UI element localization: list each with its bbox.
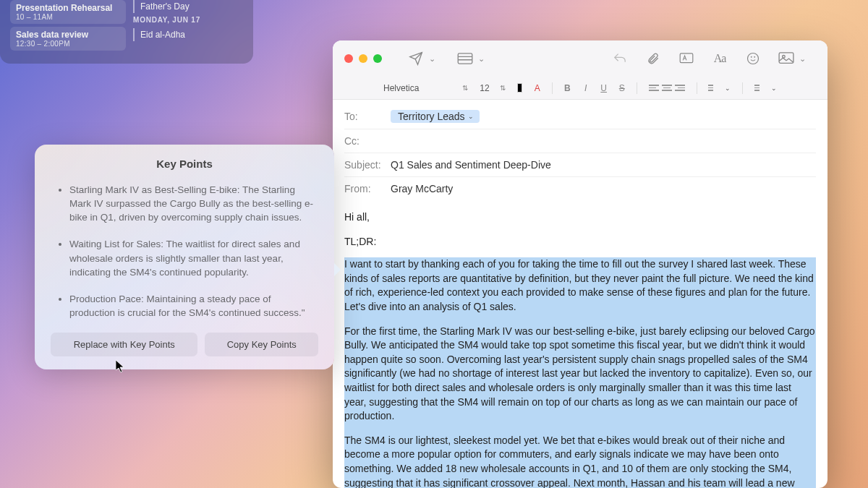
event-time: 10 – 11AM: [16, 13, 120, 21]
calendar-holiday: Eid al-Adha: [133, 28, 243, 41]
subject-label: Subject:: [344, 159, 391, 171]
svg-rect-3: [680, 53, 693, 63]
mail-body[interactable]: Hi all, TL;DR: I want to start by thanki…: [333, 200, 827, 488]
emoji-icon[interactable]: [745, 51, 761, 67]
key-point-item: Starling Mark IV as Best-Selling E-bike:…: [69, 183, 318, 224]
cc-label: Cc:: [344, 135, 391, 147]
chevron-down-icon: ⌄: [468, 113, 474, 120]
list-icon[interactable]: [708, 83, 713, 93]
send-icon[interactable]: [408, 51, 424, 67]
recipient-name: Territory Leads: [398, 111, 465, 122]
updown-icon: ⇅: [462, 84, 468, 92]
calendar-event[interactable]: Sales data review 12:30 – 2:00PM: [10, 27, 126, 51]
svg-rect-7: [779, 53, 793, 63]
format-icon[interactable]: [678, 51, 694, 67]
updown-icon: ⇅: [500, 84, 506, 92]
mail-compose-window: ⌄ ⌄ Aa ⌄ Helvetica: [333, 40, 827, 488]
chevron-down-icon[interactable]: ⌄: [771, 85, 777, 92]
mail-titlebar: ⌄ ⌄ Aa ⌄: [333, 40, 827, 77]
chevron-down-icon[interactable]: ⌄: [473, 51, 489, 67]
align-center-icon[interactable]: [662, 83, 672, 93]
font-size-value: 12: [480, 83, 489, 93]
reply-icon[interactable]: [612, 51, 628, 67]
event-title: Presentation Rehearsal: [16, 3, 120, 13]
body-paragraph: For the first time, the Starling Mark IV…: [344, 325, 816, 424]
event-title: Sales data review: [16, 30, 120, 40]
zoom-icon[interactable]: [373, 54, 382, 63]
strikethrough-button[interactable]: S: [618, 83, 625, 93]
calendar-widget: Presentation Rehearsal 10 – 11AM Sales d…: [0, 0, 253, 64]
chevron-down-icon[interactable]: ⌄: [424, 51, 440, 67]
indent-icon[interactable]: [754, 83, 760, 93]
font-icon[interactable]: Aa: [712, 51, 728, 67]
close-icon[interactable]: [344, 54, 353, 63]
copy-key-points-button[interactable]: Copy Key Points: [205, 333, 318, 356]
format-toolbar: Helvetica ⇅ 12 ⇅ A B I U S ⌄ ⌄: [333, 77, 827, 100]
from-label: From:: [344, 183, 391, 194]
minimize-icon[interactable]: [359, 54, 367, 63]
subject-field[interactable]: Q1 Sales and Sentiment Deep-Dive: [391, 159, 551, 171]
underline-button[interactable]: U: [600, 83, 607, 93]
calendar-holiday: Father's Day: [133, 0, 243, 13]
chevron-down-icon[interactable]: ⌄: [725, 85, 731, 92]
bold-button[interactable]: B: [564, 83, 571, 93]
callout-pointer-icon: [334, 263, 341, 276]
svg-point-4: [748, 53, 759, 64]
selected-text: I want to start by thanking each of you …: [344, 257, 816, 488]
calendar-event[interactable]: Presentation Rehearsal 10 – 11AM: [10, 0, 126, 24]
align-left-icon[interactable]: [649, 83, 659, 93]
text-color-swatch[interactable]: [517, 83, 523, 93]
body-paragraph: I want to start by thanking each of you …: [344, 257, 816, 314]
italic-button[interactable]: I: [582, 83, 589, 93]
svg-point-6: [754, 56, 755, 57]
attach-icon[interactable]: [645, 51, 661, 67]
body-paragraph: The SM4 is our lightest, sleekest model …: [344, 434, 816, 488]
photo-icon[interactable]: [778, 51, 794, 67]
chevron-down-icon[interactable]: ⌄: [794, 51, 810, 67]
key-point-item: Waiting List for Sales: The waitlist for…: [69, 237, 318, 278]
event-time: 12:30 – 2:00PM: [16, 40, 120, 48]
svg-rect-0: [458, 53, 472, 64]
calendar-day-header: MONDAY, JUN 17: [133, 16, 243, 24]
font-size-select[interactable]: 12 ⇅: [480, 83, 505, 93]
replace-key-points-button[interactable]: Replace with Key Points: [51, 333, 197, 356]
font-family-value: Helvetica: [383, 83, 419, 93]
svg-point-5: [751, 56, 752, 57]
mail-header-fields: To: Territory Leads ⌄ Cc: Subject: Q1 Sa…: [333, 100, 827, 200]
from-field[interactable]: Gray McCarty: [391, 183, 453, 194]
key-points-title: Key Points: [51, 158, 318, 170]
to-label: To:: [344, 111, 391, 122]
key-points-panel: Key Points Starling Mark IV as Best-Sell…: [35, 145, 334, 369]
key-point-item: Production Pace: Maintaining a steady pa…: [69, 292, 318, 320]
text-color-picker-icon[interactable]: A: [534, 83, 540, 93]
align-right-icon[interactable]: [675, 83, 685, 93]
recipient-pill[interactable]: Territory Leads ⌄: [391, 110, 480, 123]
header-fields-icon[interactable]: [457, 51, 473, 67]
body-greeting: Hi all,: [344, 210, 816, 225]
font-family-select[interactable]: Helvetica ⇅: [383, 83, 468, 93]
body-tldr: TL;DR:: [344, 235, 816, 249]
